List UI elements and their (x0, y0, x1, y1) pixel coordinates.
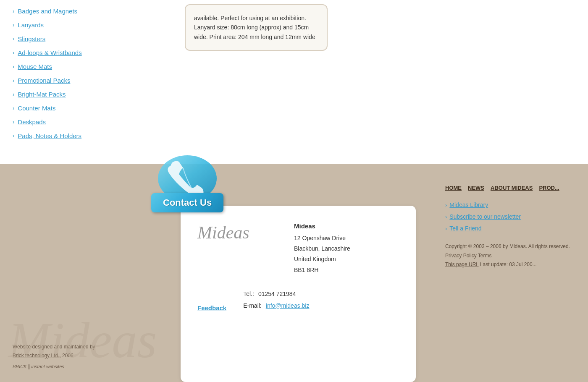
nav-arrow-icon: › (13, 8, 14, 14)
address-line4: BB1 8RH (294, 265, 399, 275)
contact-details: Tel.: 01254 721984 E-mail: info@mideas.b… (243, 288, 309, 311)
nav-arrow-icon: › (13, 22, 14, 28)
footer-left: Mideas Website designed and maintained b… (0, 172, 160, 382)
nav-link[interactable]: Counter Mats (18, 105, 55, 112)
footer-arrow-icon: › (445, 225, 447, 232)
content-area: available. Perfect for using at an exhib… (176, 0, 588, 164)
nav-list-item: ›Promotional Packs (13, 73, 168, 87)
footer-link-item: ›Subscribe to our newsletter (445, 213, 580, 220)
footer-link[interactable]: Mideas Library (449, 201, 488, 208)
contact-label[interactable]: Contact Us (151, 193, 223, 212)
info-box: available. Perfect for using at an exhib… (185, 4, 328, 51)
tel-row: Tel.: 01254 721984 (243, 288, 309, 300)
privacy-policy-link[interactable]: Privacy Policy (445, 253, 477, 259)
nav-list-item: ›Mouse Mats (13, 60, 168, 73)
footer-section: Contact Us Mideas Website designed and m… (0, 164, 588, 382)
contact-button-wrap: Contact Us (151, 151, 223, 212)
sidebar: ›Badges and Magnets›Lanyards›Slingsters›… (0, 0, 176, 164)
last-update: Last update: 03 Jul 200... (480, 262, 537, 267)
info-box-text: available. Perfect for using at an exhib… (194, 13, 318, 42)
watermark: Mideas (8, 311, 157, 369)
nav-arrow-icon: › (13, 133, 14, 139)
footer-arrow-icon: › (445, 214, 447, 220)
brick-link[interactable]: Brick technology Ltd. (13, 353, 59, 358)
credit-year: , 2006 (59, 353, 73, 358)
footer-link[interactable]: Subscribe to our newsletter (449, 213, 521, 220)
nav-arrow-icon: › (13, 119, 14, 125)
copyright-text: Copyright © 2003 – 2006 by Mideas. All r… (445, 243, 570, 249)
terms-link[interactable]: Terms (478, 253, 492, 259)
nav-link[interactable]: Slingsters (18, 35, 45, 42)
nav-link[interactable]: Badges and Magnets (18, 8, 77, 15)
footer-nav: HOMENEWSABOUT MIDEASPROD... (445, 185, 580, 191)
nav-list-item: ›Counter Mats (13, 101, 168, 115)
nav-arrow-icon: › (13, 50, 14, 56)
footer-nav-link[interactable]: PROD... (539, 185, 559, 191)
footer-arrow-icon: › (445, 202, 447, 208)
nav-list-item: ›Bright-Mat Packs (13, 87, 168, 101)
tel-number: 01254 721984 (258, 288, 296, 300)
footer-links: ›Mideas Library›Subscribe to our newslet… (445, 201, 580, 232)
website-credit: Website designed and maintained by Brick… (13, 343, 151, 361)
company-name: Mideas (294, 222, 399, 230)
company-address: 12 Openshaw Drive Blackbun, Lancashire U… (294, 233, 399, 275)
nav-list-item: ›Ad-loops & Wristbands (13, 46, 168, 60)
email-label: E-mail: (243, 300, 262, 311)
footer-nav-link[interactable]: NEWS (468, 185, 484, 191)
nav-list-item: ›Lanyards (13, 18, 168, 32)
footer-nav-link[interactable]: ABOUT MIDEAS (491, 185, 533, 191)
brick-logo: BRICK | instant websites (13, 363, 151, 369)
email-row: E-mail: info@mideas.biz (243, 300, 309, 311)
tel-label: Tel.: (243, 288, 254, 300)
brick-tagline: instant websites (32, 364, 64, 369)
nav-link[interactable]: Pads, Notes & Holders (18, 132, 81, 139)
page-url-link[interactable]: This page URL (445, 262, 479, 267)
footer-link-item: ›Tell a Friend (445, 225, 580, 232)
address-line2: Blackbun, Lancashire (294, 243, 399, 254)
nav-arrow-icon: › (13, 63, 14, 70)
nav-arrow-icon: › (13, 91, 14, 97)
feedback-link[interactable]: Feedback (197, 304, 226, 311)
contact-card: Mideas Mideas 12 Openshaw Drive Blackbun… (181, 206, 416, 382)
footer-link[interactable]: Tell a Friend (449, 225, 481, 232)
nav-link[interactable]: Mouse Mats (18, 63, 52, 70)
company-info: Mideas 12 Openshaw Drive Blackbun, Lanca… (294, 218, 399, 275)
nav-link[interactable]: Deskpads (18, 118, 46, 126)
contact-us-button[interactable]: Contact Us (151, 151, 223, 212)
footer-nav-link[interactable]: HOME (445, 185, 462, 191)
address-line3: United Kingdom (294, 254, 399, 264)
card-top: Mideas Mideas 12 Openshaw Drive Blackbun… (197, 218, 399, 275)
nav-link[interactable]: Ad-loops & Wristbands (18, 49, 81, 56)
footer-right: HOMENEWSABOUT MIDEASPROD... ›Mideas Libr… (437, 172, 588, 382)
copyright: Copyright © 2003 – 2006 by Mideas. All r… (445, 242, 580, 269)
brick-brand: BRICK (13, 364, 27, 369)
address-line1: 12 Openshaw Drive (294, 233, 399, 243)
credit-text: Website designed and maintained by (13, 344, 95, 350)
nav-link[interactable]: Lanyards (18, 21, 44, 29)
nav-list: ›Badges and Magnets›Lanyards›Slingsters›… (13, 4, 168, 143)
email-link[interactable]: info@mideas.biz (266, 300, 310, 311)
footer-link-item: ›Mideas Library (445, 201, 580, 208)
nav-list-item: ›Pads, Notes & Holders (13, 129, 168, 143)
nav-list-item: ›Badges and Magnets (13, 4, 168, 18)
nav-arrow-icon: › (13, 36, 14, 42)
nav-arrow-icon: › (13, 105, 14, 111)
nav-arrow-icon: › (13, 77, 14, 84)
nav-list-item: ›Deskpads (13, 115, 168, 129)
card-bottom: Feedback Tel.: 01254 721984 E-mail: info… (197, 288, 399, 311)
nav-link[interactable]: Bright-Mat Packs (18, 91, 66, 98)
mideas-logo: Mideas (197, 218, 281, 243)
nav-link[interactable]: Promotional Packs (18, 77, 70, 84)
nav-list-item: ›Slingsters (13, 32, 168, 46)
